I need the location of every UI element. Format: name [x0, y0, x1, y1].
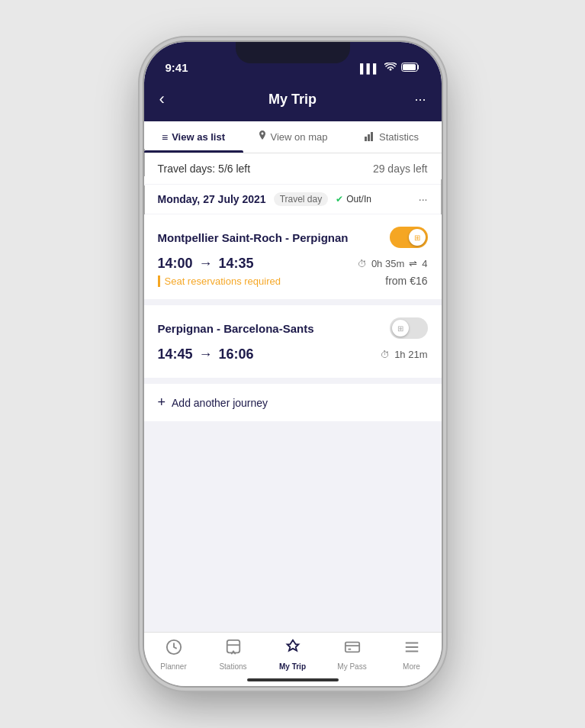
journey-2-duration-value: 1h 21m — [394, 349, 427, 360]
journey-1-toggle[interactable]: ⊞ — [390, 227, 428, 248]
outin-badge: ✔ Out/In — [336, 194, 371, 205]
mytrip-icon — [284, 639, 301, 660]
nav-item-more[interactable]: More — [382, 639, 442, 671]
journey-2-times-row: 14:45 → 16:06 ⏱ 1h 21m — [158, 346, 428, 362]
more-icon — [403, 639, 420, 660]
add-journey-button[interactable]: + Add another journey — [144, 384, 442, 421]
nav-mytrip-label: My Trip — [279, 662, 306, 671]
qr-icon-1: ⊞ — [414, 234, 420, 242]
svg-rect-7 — [345, 643, 358, 652]
arrow-icon-1: → — [199, 256, 213, 272]
tab-map-label: View on map — [271, 131, 328, 143]
journey-card-2: Perpignan - Barcelona-Sants ⊞ 14:45 → 16… — [144, 305, 442, 378]
wifi-icon — [384, 63, 397, 74]
nav-item-mypass[interactable]: My Pass — [323, 639, 382, 671]
back-button[interactable]: ‹ — [159, 89, 187, 109]
stations-icon — [225, 639, 242, 660]
home-indicator — [247, 678, 339, 681]
journey-1-depart: 14:00 — [158, 256, 193, 272]
seat-reservation-label: Seat reservations required — [158, 275, 281, 287]
journey-2-toggle[interactable]: ⊞ — [390, 317, 428, 339]
nav-more-label: More — [403, 662, 420, 671]
arrow-icon-2: → — [199, 346, 213, 362]
svg-rect-4 — [371, 132, 373, 141]
svg-rect-3 — [368, 134, 370, 141]
days-remaining-label: 29 days left — [373, 163, 428, 175]
nav-stations-label: Stations — [219, 662, 246, 671]
day-more-button[interactable]: ··· — [419, 193, 428, 205]
nav-planner-label: Planner — [160, 662, 186, 671]
stats-icon — [365, 131, 375, 143]
status-time: 9:41 — [166, 61, 188, 74]
notch — [236, 42, 350, 63]
battery-icon — [401, 63, 420, 74]
journey-1-times-row: 14:00 → 14:35 ⏱ 0h 35m ⇌ 4 — [158, 256, 428, 272]
nav-item-stations[interactable]: Stations — [204, 639, 263, 671]
tab-statistics[interactable]: Statistics — [342, 121, 442, 153]
list-icon: ≡ — [162, 131, 168, 143]
travel-day-badge: Travel day — [274, 192, 329, 206]
clock-icon-2: ⏱ — [381, 350, 390, 360]
journey-1-changes: 4 — [422, 258, 427, 269]
tab-view-on-map[interactable]: View on map — [243, 121, 342, 153]
journey-2-route-row: Perpignan - Barcelona-Sants ⊞ — [158, 317, 428, 339]
tab-stats-label: Statistics — [379, 131, 419, 143]
journey-1-duration: ⏱ 0h 35m ⇌ 4 — [358, 258, 428, 269]
nav-mypass-label: My Pass — [337, 662, 366, 671]
mypass-icon — [344, 639, 361, 660]
phone-inner: 9:41 ▌▌▌ — [144, 42, 442, 686]
transfer-icon-1: ⇌ — [409, 258, 417, 269]
day-date: Monday, 27 July 2021 — [158, 193, 266, 205]
signal-icon: ▌▌▌ — [360, 63, 380, 74]
nav-item-planner[interactable]: Planner — [144, 639, 204, 671]
page-title: My Trip — [268, 92, 317, 108]
status-icons: ▌▌▌ — [360, 63, 420, 74]
toggle-2-knob: ⊞ — [392, 320, 409, 337]
check-icon: ✔ — [336, 194, 343, 205]
journey-1-arrive: 14:35 — [219, 256, 254, 272]
planner-icon — [166, 639, 182, 660]
journey-2-route-name: Perpignan - Barcelona-Sants — [158, 322, 314, 335]
journey-2-times: 14:45 → 16:06 — [158, 346, 254, 362]
svg-rect-1 — [403, 64, 416, 70]
travel-days-label: Travel days: 5/6 left — [158, 163, 251, 175]
outin-label: Out/In — [346, 194, 371, 205]
journey-1-price: from €16 — [385, 275, 427, 287]
add-journey-label: Add another journey — [172, 397, 268, 409]
nav-item-mytrip[interactable]: My Trip — [263, 639, 323, 671]
qr-icon-2: ⊞ — [397, 324, 403, 333]
journey-2-depart: 14:45 — [158, 346, 193, 362]
more-menu-button[interactable]: ··· — [398, 92, 426, 108]
tab-view-as-list[interactable]: ≡ View as list — [144, 121, 243, 153]
journey-1-route-name: Montpellier Saint-Roch - Perpignan — [158, 231, 349, 244]
svg-rect-2 — [365, 137, 367, 141]
clock-icon-1: ⏱ — [358, 259, 367, 269]
phone-frame: 9:41 ▌▌▌ — [144, 42, 442, 686]
map-pin-icon — [258, 130, 267, 143]
add-icon: + — [158, 395, 166, 411]
journey-1-route-row: Montpellier Saint-Roch - Perpignan ⊞ — [158, 227, 428, 248]
toggle-1-knob: ⊞ — [409, 229, 426, 246]
journey-1-extra-row: Seat reservations required from €16 — [158, 275, 428, 287]
app-header: ‹ My Trip ··· — [144, 80, 442, 121]
journey-1-duration-value: 0h 35m — [371, 258, 404, 269]
journey-1-times: 14:00 → 14:35 — [158, 256, 254, 272]
volume-mute-button[interactable] — [144, 149, 145, 176]
journey-card-1: Montpellier Saint-Roch - Perpignan ⊞ 14:… — [144, 214, 442, 299]
journey-2-arrive: 16:06 — [219, 346, 254, 362]
view-tabs: ≡ View as list View on map — [144, 121, 442, 153]
day-header: Monday, 27 July 2021 Travel day ✔ Out/In… — [144, 185, 442, 214]
journey-2-duration: ⏱ 1h 21m — [381, 349, 427, 360]
travel-days-banner: Travel days: 5/6 left 29 days left — [144, 153, 442, 184]
tab-list-label: View as list — [172, 131, 225, 143]
main-content: Travel days: 5/6 left 29 days left Monda… — [144, 153, 442, 686]
